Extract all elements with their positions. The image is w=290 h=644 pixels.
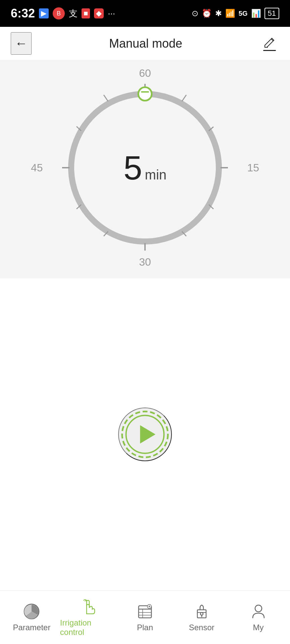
nav-item-irrigation[interactable]: Irrigation control xyxy=(60,595,117,640)
back-button[interactable]: ← xyxy=(11,32,32,55)
pencil-icon xyxy=(263,36,276,49)
irrigation-icon xyxy=(80,598,97,615)
status-bar: 6:32 ▶ B 支 ■ ◆ ··· ⊙ ⏰ ✱ 📶 5G 📊 51 xyxy=(0,0,290,27)
play-button[interactable] xyxy=(118,408,172,461)
alarm-icon: ⏰ xyxy=(202,9,212,18)
label-30: 30 xyxy=(139,256,151,268)
nav-item-my[interactable]: My xyxy=(230,599,287,636)
timer-section: 60 30 45 15 5 min xyxy=(0,60,290,278)
label-45: 45 xyxy=(31,162,43,174)
label-60: 60 xyxy=(139,67,151,79)
nav-label-irrigation: Irrigation control xyxy=(60,618,117,637)
play-icon xyxy=(119,408,171,461)
app-icon-2: 支 xyxy=(69,8,78,19)
parameter-icon xyxy=(23,603,40,620)
timer-dial[interactable]: 60 30 45 15 5 min xyxy=(51,74,239,262)
nav-item-plan[interactable]: Plan xyxy=(117,599,174,636)
signal-5g: 5G xyxy=(239,10,248,17)
plan-icon xyxy=(136,603,154,620)
page-title: Manual mode xyxy=(109,37,182,51)
nav-label-parameter: Parameter xyxy=(13,623,50,632)
shortcut-icon: ▶ xyxy=(39,8,49,18)
main-content: 60 30 45 15 5 min xyxy=(0,60,290,590)
nav-label-plan: Plan xyxy=(137,623,153,632)
edit-button[interactable] xyxy=(260,33,279,54)
svg-marker-19 xyxy=(140,425,155,444)
nav-item-parameter[interactable]: Parameter xyxy=(3,599,60,636)
svg-point-33 xyxy=(255,605,262,612)
app-icon-4: ◆ xyxy=(94,8,104,18)
svg-point-30 xyxy=(200,612,203,615)
bluetooth-icon: ✱ xyxy=(215,9,222,18)
timer-display: 5 min xyxy=(124,151,166,184)
label-15: 15 xyxy=(247,162,259,174)
play-section xyxy=(0,278,290,590)
status-time: 6:32 xyxy=(11,6,35,20)
status-icons: ⊙ ⏰ ✱ 📶 5G 📊 51 xyxy=(192,8,279,19)
top-bar: ← Manual mode xyxy=(0,27,290,60)
app-icon-3: ■ xyxy=(82,8,90,18)
nav-label-my: My xyxy=(253,623,264,632)
app-icon-1: B xyxy=(53,7,65,19)
signal-bars: 📊 xyxy=(251,9,261,18)
timer-value: 5 xyxy=(124,151,142,184)
more-icon: ··· xyxy=(108,8,115,19)
nav-item-sensor[interactable]: Sensor xyxy=(173,599,230,636)
battery-icon: 51 xyxy=(264,8,279,19)
wifi-icon: 📶 xyxy=(225,9,235,18)
my-icon xyxy=(250,603,267,620)
sensor-icon xyxy=(193,603,210,620)
timer-unit: min xyxy=(145,167,166,182)
nav-label-sensor: Sensor xyxy=(189,623,214,632)
nfc-icon: ⊙ xyxy=(192,9,198,18)
bottom-nav: Parameter Irrigation control xyxy=(0,590,290,644)
